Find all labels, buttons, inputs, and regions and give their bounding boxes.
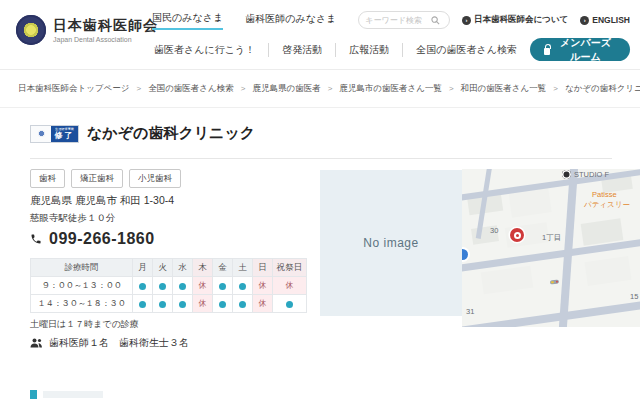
open-cell bbox=[213, 277, 233, 295]
hours-header-cell: 診療時間 bbox=[31, 259, 133, 277]
search-icon[interactable] bbox=[431, 16, 440, 25]
nav-link[interactable]: 啓発活動 bbox=[268, 43, 335, 57]
phone-icon bbox=[30, 233, 42, 245]
open-dot-icon bbox=[139, 283, 146, 290]
open-cell bbox=[233, 277, 253, 295]
breadcrumb-item[interactable]: 日本歯科医師会トップページ bbox=[18, 83, 130, 95]
staff-icon bbox=[30, 338, 43, 348]
treatment-tags: 歯科矯正歯科小児歯科 bbox=[30, 169, 181, 188]
traffic-signal-icon bbox=[550, 279, 559, 284]
members-room-button[interactable]: メンバーズルーム bbox=[530, 38, 630, 61]
open-cell bbox=[153, 295, 173, 313]
utility-link-label: 日本歯科医師会について bbox=[474, 14, 568, 26]
hours-header-cell: 土 bbox=[233, 259, 253, 277]
nav-link[interactable]: 歯医者さんに行こう！ bbox=[152, 43, 268, 57]
map-label: パティスリー bbox=[584, 200, 630, 210]
badge-emblem-icon bbox=[31, 126, 51, 142]
map-label: STUDIO F bbox=[574, 170, 609, 179]
clinic-map-marker[interactable] bbox=[510, 228, 524, 242]
closed-cell: 休 bbox=[193, 277, 213, 295]
map-label: 31 bbox=[466, 307, 474, 316]
utility-link[interactable]: ›日本歯科医師会について bbox=[462, 14, 568, 26]
breadcrumb-separator: > bbox=[328, 84, 333, 93]
breadcrumb-separator: > bbox=[241, 84, 246, 93]
breadcrumb-item[interactable]: 鹿児島県の歯医者 bbox=[252, 83, 320, 95]
circle-arrow-icon: › bbox=[462, 16, 471, 25]
clinic-address: 鹿児島県 鹿児島市 和田 1-30-4 bbox=[30, 194, 174, 208]
open-cell bbox=[213, 295, 233, 313]
clinic-photo-placeholder: No image bbox=[320, 170, 462, 316]
breadcrumb-separator: > bbox=[553, 84, 558, 93]
breadcrumb-item[interactable]: 和田の歯医者さん一覧 bbox=[461, 83, 547, 95]
treatment-tag: 小児歯科 bbox=[129, 169, 181, 188]
no-image-label: No image bbox=[363, 236, 418, 250]
map-label: Patisse bbox=[592, 190, 617, 199]
treatment-tag: 歯科 bbox=[30, 169, 65, 188]
lock-icon bbox=[544, 48, 550, 55]
open-dot-icon bbox=[286, 301, 293, 308]
badge-completed-label: 修了 bbox=[51, 131, 78, 141]
open-dot-icon bbox=[139, 301, 146, 308]
jda-emblem-icon bbox=[16, 15, 46, 45]
hours-header-cell: 月 bbox=[133, 259, 153, 277]
utility-link-label: ENGLISH bbox=[592, 15, 630, 25]
map-label: 30 bbox=[490, 226, 498, 235]
location-map[interactable]: STUDIO FPatisseパティスリー301丁目1531 bbox=[462, 169, 640, 327]
search-input[interactable] bbox=[365, 16, 431, 25]
open-cell bbox=[173, 277, 193, 295]
breadcrumb-item[interactable]: 全国の歯医者さん検索 bbox=[148, 83, 234, 95]
open-cell bbox=[133, 277, 153, 295]
logo[interactable]: 日本歯科医師会 Japan Dental Association bbox=[16, 15, 158, 45]
hours-header-cell: 祝祭日 bbox=[273, 259, 307, 277]
phone-number[interactable]: 099-266-1860 bbox=[49, 230, 155, 248]
nav-tab[interactable]: 歯科医師のみなさま bbox=[245, 12, 336, 29]
open-dot-icon bbox=[179, 301, 186, 308]
logo-subtitle: Japan Dental Association bbox=[53, 36, 158, 43]
time-slot-cell: ９：００～１３：００ bbox=[31, 277, 133, 295]
site-header: 日本歯科医師会 Japan Dental Association 国民のみなさま… bbox=[0, 0, 640, 70]
station-access: 慈眼寺駅徒歩１０分 bbox=[30, 212, 116, 225]
certification-badge: 生涯研修事業 修了 bbox=[30, 125, 79, 143]
staff-count: 歯科医師１名 歯科衛生士３名 bbox=[49, 336, 189, 350]
utility-nav: ›日本歯科医師会について›ENGLISH bbox=[462, 14, 630, 26]
open-dot-icon bbox=[219, 301, 226, 308]
closed-cell: 休 bbox=[253, 277, 273, 295]
circle-arrow-icon: › bbox=[580, 16, 589, 25]
hours-header-cell: 日 bbox=[253, 259, 273, 277]
nav-link[interactable]: 広報活動 bbox=[335, 43, 402, 57]
open-dot-icon bbox=[159, 301, 166, 308]
primary-nav: 国民のみなさま歯科医師のみなさま bbox=[152, 11, 358, 30]
members-room-label: メンバーズルーム bbox=[555, 36, 616, 64]
saturday-note: 土曜日は１７時までの診療 bbox=[30, 318, 139, 331]
open-cell bbox=[153, 277, 173, 295]
time-slot-cell: １４：３０～１８：３０ bbox=[31, 295, 133, 313]
secondary-nav: 歯医者さんに行こう！啓発活動広報活動全国の歯医者さん検索 bbox=[152, 43, 530, 57]
open-cell bbox=[233, 295, 253, 313]
breadcrumb: 日本歯科医師会トップページ>全国の歯医者さん検索>鹿児島県の歯医者>鹿児島市の歯… bbox=[0, 70, 640, 108]
map-label: 1丁目 bbox=[542, 233, 561, 243]
search-box[interactable] bbox=[358, 11, 450, 29]
breadcrumb-item: なかぞの歯科クリニック bbox=[565, 83, 640, 95]
map-poi-icon bbox=[562, 170, 571, 179]
map-poi-dot bbox=[462, 249, 468, 260]
map-label: 15 bbox=[630, 292, 638, 301]
closed-cell: 休 bbox=[193, 295, 213, 313]
open-dot-icon bbox=[159, 283, 166, 290]
clinic-name: なかぞの歯科クリニック bbox=[87, 124, 255, 143]
closed-cell: 休 bbox=[253, 295, 273, 313]
utility-link[interactable]: ›ENGLISH bbox=[580, 15, 630, 25]
nav-link[interactable]: 全国の歯医者さん検索 bbox=[402, 43, 530, 57]
open-dot-icon bbox=[239, 283, 246, 290]
next-section-cut bbox=[30, 390, 103, 399]
breadcrumb-separator: > bbox=[137, 84, 142, 93]
hours-header-cell: 火 bbox=[153, 259, 173, 277]
nav-tab[interactable]: 国民のみなさま bbox=[152, 11, 223, 30]
open-dot-icon bbox=[179, 283, 186, 290]
open-cell bbox=[273, 295, 307, 313]
breadcrumb-item[interactable]: 鹿児島市の歯医者さん一覧 bbox=[339, 83, 442, 95]
hours-header-cell: 木 bbox=[193, 259, 213, 277]
hours-header-cell: 水 bbox=[173, 259, 193, 277]
logo-title: 日本歯科医師会 bbox=[53, 17, 158, 35]
badge-program-label: 生涯研修事業 bbox=[52, 127, 76, 131]
hours-header-cell: 金 bbox=[213, 259, 233, 277]
